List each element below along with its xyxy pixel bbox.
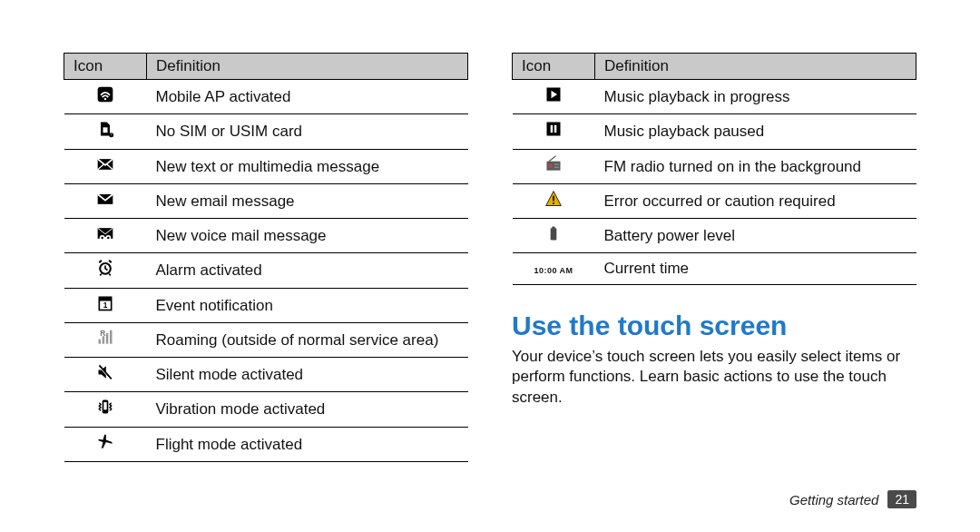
table-row: FM radio turned on in the background xyxy=(513,149,916,183)
no-sim-icon: ! xyxy=(95,120,115,138)
alarm-icon xyxy=(95,259,115,277)
definition-text: No SIM or USIM card xyxy=(147,114,468,149)
table-row: 1 Event notification xyxy=(64,288,468,322)
flight-icon xyxy=(95,433,115,451)
left-column: Icon Definition Mobile AP activated ! No… xyxy=(64,53,468,490)
page-footer: Getting started 21 xyxy=(0,490,980,521)
roaming-icon: R xyxy=(95,329,115,347)
svg-rect-33 xyxy=(554,163,559,165)
svg-line-31 xyxy=(549,155,556,161)
svg-rect-38 xyxy=(552,227,554,230)
section-body: Your device’s touch screen lets you easi… xyxy=(512,347,916,409)
header-icon: Icon xyxy=(64,54,147,80)
definition-text: Music playback paused xyxy=(595,114,916,149)
table-row: New text or multimedia message xyxy=(64,149,468,183)
definition-text: Flight mode activated xyxy=(147,427,468,461)
fm-radio-icon xyxy=(544,155,564,173)
definition-text: Roaming (outside of normal service area) xyxy=(147,322,468,357)
footer-section-label: Getting started xyxy=(789,492,878,507)
table-row: Silent mode activated xyxy=(64,358,468,392)
definition-text: Silent mode activated xyxy=(147,358,468,392)
svg-rect-17 xyxy=(99,339,102,343)
svg-rect-20 xyxy=(110,330,113,343)
header-icon: Icon xyxy=(513,54,595,80)
table-row: ! No SIM or USIM card xyxy=(64,114,468,149)
svg-rect-35 xyxy=(553,195,554,201)
silent-icon xyxy=(95,363,115,381)
voicemail-icon xyxy=(95,224,115,242)
definition-text: Mobile AP activated xyxy=(147,80,468,114)
right-column: Icon Definition Music playback in progre… xyxy=(512,53,916,490)
battery-icon xyxy=(544,224,564,242)
svg-point-32 xyxy=(548,163,553,168)
table-row: Mobile AP activated xyxy=(64,80,468,114)
music-play-icon xyxy=(544,85,564,103)
time-icon: 10:00 AM xyxy=(534,266,573,275)
table-row: R Roaming (outside of normal service are… xyxy=(64,322,468,357)
svg-text:1: 1 xyxy=(103,300,108,310)
table-row: Flight mode activated xyxy=(64,427,468,461)
definition-text: Battery power level xyxy=(595,219,916,253)
svg-point-1 xyxy=(104,98,107,101)
definition-text: Error occurred or caution required xyxy=(595,183,916,218)
svg-text:R: R xyxy=(100,329,105,338)
definition-text: New text or multimedia message xyxy=(147,149,468,183)
table-row: New email message xyxy=(64,183,468,218)
table-row: Alarm activated xyxy=(64,253,468,288)
svg-rect-37 xyxy=(551,228,557,240)
event-icon: 1 xyxy=(95,294,115,312)
svg-rect-2 xyxy=(103,128,108,133)
definition-text: New voice mail message xyxy=(147,219,468,253)
svg-rect-28 xyxy=(551,125,554,133)
page-number-badge: 21 xyxy=(887,490,916,508)
svg-rect-34 xyxy=(554,166,559,168)
new-email-icon xyxy=(95,190,115,208)
table-row: New voice mail message xyxy=(64,219,468,253)
svg-text:!: ! xyxy=(111,133,112,138)
definition-text: New email message xyxy=(147,183,468,218)
svg-point-12 xyxy=(107,237,110,240)
vibration-icon xyxy=(95,398,115,416)
svg-rect-25 xyxy=(103,402,106,409)
definition-text: Event notification xyxy=(147,288,468,322)
header-definition: Definition xyxy=(595,54,916,80)
table-row: Vibration mode activated xyxy=(64,392,468,427)
svg-point-11 xyxy=(101,237,103,240)
svg-rect-27 xyxy=(547,123,561,136)
mobile-ap-icon xyxy=(95,85,115,103)
table-row: Music playback paused xyxy=(513,114,916,149)
definition-text: Vibration mode activated xyxy=(147,392,468,427)
table-row: Music playback in progress xyxy=(513,80,916,114)
definition-text: Current time xyxy=(595,253,916,284)
svg-rect-29 xyxy=(554,125,557,133)
icon-table-left: Icon Definition Mobile AP activated ! No… xyxy=(64,53,468,462)
table-row: Battery power level xyxy=(513,219,916,253)
header-definition: Definition xyxy=(147,54,468,80)
svg-rect-19 xyxy=(106,333,109,344)
warning-icon xyxy=(544,190,564,208)
section-heading: Use the touch screen xyxy=(512,310,916,341)
svg-rect-36 xyxy=(553,202,554,204)
definition-text: Music playback in progress xyxy=(595,80,916,114)
icon-table-right: Icon Definition Music playback in progre… xyxy=(512,53,916,285)
table-row: 10:00 AM Current time xyxy=(513,253,916,284)
table-row: Error occurred or caution required xyxy=(513,183,916,218)
new-message-icon xyxy=(95,155,115,173)
definition-text: FM radio turned on in the background xyxy=(595,149,916,183)
definition-text: Alarm activated xyxy=(147,253,468,288)
music-pause-icon xyxy=(544,120,564,138)
